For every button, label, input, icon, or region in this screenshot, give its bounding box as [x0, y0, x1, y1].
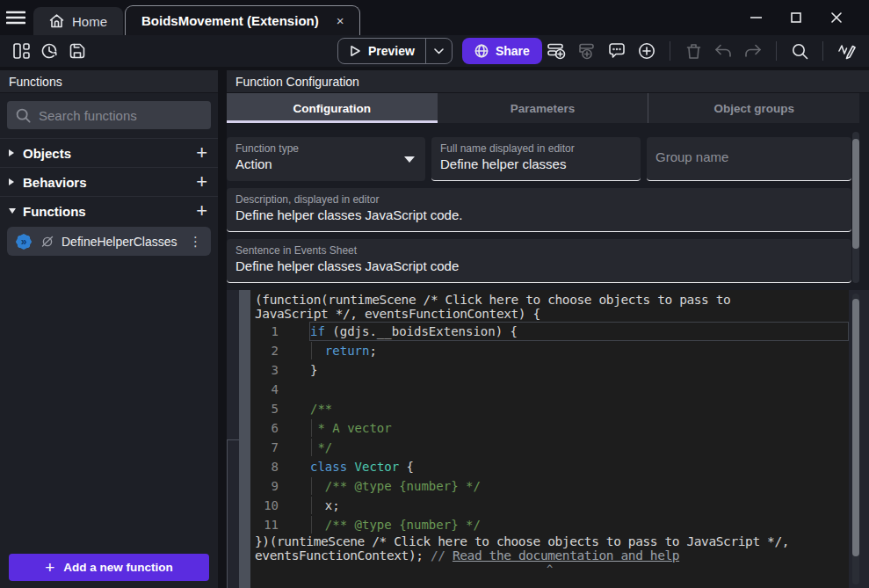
line-content[interactable]: }	[309, 360, 849, 380]
function-configuration-panel: Function Configuration Configuration Par…	[227, 70, 869, 588]
version-history-button[interactable]	[37, 39, 62, 63]
group-name-field[interactable]	[647, 137, 851, 181]
tab-object-groups[interactable]: Object groups	[648, 93, 859, 123]
sentence-field[interactable]: Sentence in Events Sheet	[227, 239, 851, 283]
search-functions-box[interactable]	[7, 101, 211, 129]
sentence-input[interactable]	[235, 258, 843, 273]
editor-resize-handle[interactable]: ^	[250, 565, 849, 574]
line-content[interactable]: /**	[309, 399, 849, 418]
line-content[interactable]: return;	[309, 341, 849, 360]
tab-parameters[interactable]: Parameters	[438, 93, 648, 123]
search-functions-input[interactable]	[39, 108, 214, 123]
description-field[interactable]: Description, displayed in editor	[227, 188, 851, 232]
line-content[interactable]	[309, 380, 849, 399]
function-type-select[interactable]: Function type	[227, 137, 425, 181]
close-window-icon	[831, 12, 842, 23]
visibility-off-icon	[40, 236, 54, 248]
group-name-input[interactable]	[655, 149, 843, 164]
code-scrollbar-thumb[interactable]	[852, 299, 859, 556]
line-content[interactable]: /** @type {number} */	[309, 515, 849, 534]
close-window-button[interactable]	[816, 0, 857, 35]
share-button[interactable]: Share	[462, 38, 542, 64]
minimize-button[interactable]	[735, 0, 776, 35]
add-behavior-button[interactable]: +	[196, 173, 207, 191]
main-panel-title: Function Configuration	[227, 70, 869, 93]
preview-main[interactable]: Preview	[338, 44, 425, 58]
function-type-value[interactable]	[235, 156, 416, 171]
code-line[interactable]: 8class Vector {	[250, 457, 849, 476]
code-line[interactable]: 5/**	[250, 399, 849, 418]
code-line[interactable]: 11 /** @type {number} */	[250, 515, 849, 534]
sidebar-section-functions[interactable]: Functions +	[0, 196, 218, 225]
form-scrollbar-thumb[interactable]	[852, 139, 859, 249]
line-content[interactable]: x;	[309, 496, 849, 515]
description-input[interactable]	[235, 207, 843, 222]
play-icon	[349, 45, 361, 57]
edit-zigzag-icon	[837, 43, 856, 60]
line-number: 4	[250, 382, 290, 396]
tab-boids-movement[interactable]: BoidsMovement (Extension) ×	[125, 5, 360, 35]
code-line[interactable]: 10 x;	[250, 496, 849, 515]
preview-dropdown-button[interactable]	[426, 48, 452, 54]
code-line[interactable]: 7 */	[250, 438, 849, 457]
code-lines: 1if (gdjs.__boidsExtension) {2 return;3}…	[250, 322, 849, 534]
code-line[interactable]: 9 /** @type {number} */	[250, 476, 849, 496]
minimize-icon	[750, 17, 762, 18]
project-manager-button[interactable]	[9, 39, 33, 63]
chevron-down-icon	[9, 208, 21, 214]
add-subevent-button[interactable]	[575, 39, 599, 63]
code-line[interactable]: 4	[250, 380, 849, 399]
code-line[interactable]: 1if (gdjs.__boidsExtension) {	[250, 322, 849, 341]
preview-button[interactable]: Preview	[337, 38, 453, 64]
events-settings-button[interactable]	[834, 39, 858, 63]
add-function-button[interactable]: +	[196, 202, 207, 220]
kebab-menu-icon[interactable]: ⋮	[187, 234, 204, 250]
delete-button[interactable]	[681, 39, 706, 63]
add-comment-button[interactable]	[605, 39, 629, 63]
toolbar-divider	[670, 41, 670, 61]
save-button[interactable]	[65, 39, 90, 63]
line-number: 8	[250, 460, 290, 474]
add-event-button[interactable]	[545, 39, 569, 63]
line-content[interactable]: */	[309, 438, 849, 457]
code-line[interactable]: 2 return;	[250, 341, 849, 360]
line-content[interactable]: /** @type {number} */	[309, 476, 849, 496]
line-content[interactable]: class Vector {	[309, 457, 849, 476]
main-menu-button[interactable]	[0, 0, 32, 35]
redo-button[interactable]	[741, 39, 765, 63]
line-content[interactable]: if (gdjs.__boidsExtension) {	[309, 322, 849, 341]
trash-icon	[686, 43, 701, 60]
subevent-indent-line	[227, 439, 240, 440]
undo-button[interactable]	[711, 39, 735, 63]
line-number: 11	[250, 518, 290, 532]
add-other-event-button[interactable]	[634, 39, 659, 63]
tab-configuration[interactable]: Configuration	[227, 93, 438, 123]
full-name-input[interactable]	[440, 156, 632, 171]
line-number: 5	[250, 402, 290, 416]
javascript-code-editor[interactable]: (function(runtimeScene /* Click here to …	[250, 290, 849, 588]
add-object-button[interactable]: +	[196, 144, 207, 162]
function-item-definehelperclasses[interactable]: » DefineHelperClasses ⋮	[7, 227, 211, 256]
add-new-function-button[interactable]: + Add a new function	[9, 554, 209, 581]
functions-sidebar: Functions Objects + Behaviors + Function…	[0, 70, 218, 588]
sidebar-section-behaviors[interactable]: Behaviors +	[0, 167, 218, 196]
maximize-button[interactable]	[776, 0, 816, 35]
search-events-button[interactable]	[787, 39, 812, 63]
code-line[interactable]: 3}	[250, 360, 849, 380]
search-row	[0, 93, 218, 138]
tab-home-label: Home	[72, 14, 107, 29]
code-line[interactable]: 6 * A vector	[250, 418, 849, 438]
full-name-field[interactable]: Full name displayed in editor	[431, 137, 641, 181]
line-content[interactable]: * A vector	[309, 418, 849, 438]
comment-icon	[608, 43, 626, 60]
code-scrollbar-track	[852, 294, 859, 584]
close-tab-icon[interactable]: ×	[333, 11, 348, 30]
code-footer[interactable]: })(runtimeScene /* Click here to choose …	[250, 534, 789, 563]
tab-home[interactable]: Home	[33, 7, 123, 35]
sidebar-section-objects[interactable]: Objects +	[0, 138, 218, 167]
documentation-link[interactable]: Read the documentation and help	[453, 548, 679, 563]
chevron-down-icon	[434, 48, 444, 54]
code-header[interactable]: (function(runtimeScene /* Click here to …	[250, 290, 849, 321]
line-number: 3	[250, 363, 290, 377]
event-drag-handle[interactable]	[239, 290, 250, 588]
